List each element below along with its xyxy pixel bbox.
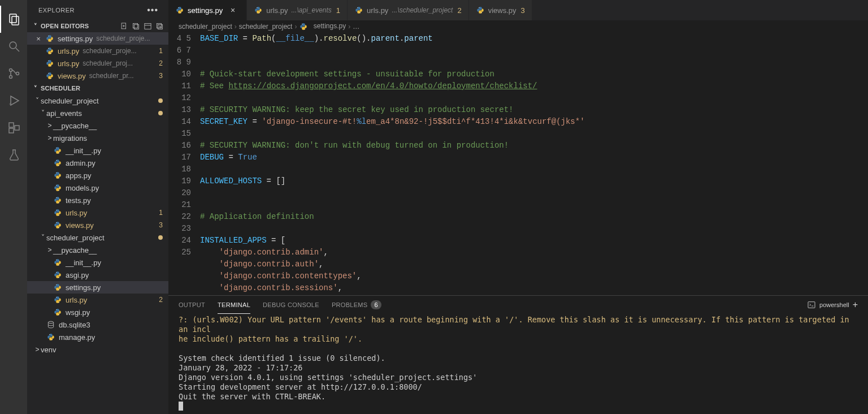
svg-point-38 xyxy=(59,190,59,191)
svg-point-31 xyxy=(56,148,57,148)
editor-tab[interactable]: views.py3 xyxy=(469,0,532,20)
breadcrumb-separator: › xyxy=(294,23,297,31)
editor-tab[interactable]: settings.py× xyxy=(168,0,247,20)
close-icon[interactable]: × xyxy=(34,34,43,43)
svg-point-48 xyxy=(59,277,59,278)
svg-point-58 xyxy=(178,7,179,8)
tree-item-label: urls.py xyxy=(66,209,87,217)
twist-icon: ˅ xyxy=(34,97,41,105)
file-item[interactable]: views.py3 xyxy=(27,219,168,231)
folder-item[interactable]: >migrations xyxy=(27,132,168,144)
tree-item-label: wsgi.py xyxy=(66,308,90,317)
file-item[interactable]: settings.py xyxy=(27,281,168,294)
svg-point-61 xyxy=(259,12,260,13)
folder-item[interactable]: >__pycache__ xyxy=(27,119,168,132)
close-icon[interactable]: × xyxy=(228,6,237,15)
open-editors-header[interactable]: ˅ OPEN EDITORS xyxy=(27,20,168,32)
layout-icon[interactable] xyxy=(144,22,152,31)
open-editor-item[interactable]: views.pyscheduler_pr...3 xyxy=(27,70,168,82)
file-item[interactable]: db.sqlite3 xyxy=(27,318,168,331)
open-editor-item[interactable]: urls.pyscheduler_proje...1 xyxy=(27,45,168,57)
tab-badge: 1 xyxy=(336,6,340,15)
svg-point-63 xyxy=(360,12,361,13)
panel-tab-debug-console[interactable]: DEBUG CONSOLE xyxy=(263,299,319,310)
file-item[interactable]: __init__.py xyxy=(27,256,168,269)
file-item[interactable]: apps.py xyxy=(27,169,168,182)
python-file-icon xyxy=(46,333,55,342)
panel-tabs: OUTPUTTERMINALDEBUG CONSOLEPROBLEMS6powe… xyxy=(168,296,868,314)
file-item[interactable]: urls.py1 xyxy=(27,206,168,219)
tree-item-label: api_events xyxy=(46,109,82,118)
tree-item-label: settings.py xyxy=(66,283,101,292)
save-all-icon[interactable] xyxy=(132,22,140,31)
activity-scm-icon[interactable] xyxy=(0,60,27,87)
panel-tab-terminal[interactable]: TERMINAL xyxy=(218,299,250,310)
open-editor-item[interactable]: urls.pyscheduler_proj...2 xyxy=(27,57,168,70)
panel-tab-output[interactable]: OUTPUT xyxy=(179,299,205,310)
svg-point-23 xyxy=(48,36,49,36)
python-file-icon xyxy=(53,183,62,192)
svg-point-44 xyxy=(59,227,59,228)
editor-tabs: settings.py×urls.py...\api_events1urls.p… xyxy=(168,0,868,20)
breadcrumb-item[interactable]: … xyxy=(353,23,359,31)
breadcrumb-item[interactable]: scheduler_project xyxy=(239,23,293,31)
twist-icon: ˅ xyxy=(40,234,46,241)
breadcrumb-item[interactable]: scheduler_project xyxy=(179,23,232,31)
file-item[interactable]: tests.py xyxy=(27,194,168,206)
svg-rect-15 xyxy=(133,23,138,28)
editor-badge: 2 xyxy=(159,59,163,67)
folder-item[interactable]: >venv xyxy=(27,343,168,356)
add-terminal-icon[interactable]: + xyxy=(853,300,858,310)
open-editor-item[interactable]: ×settings.pyscheduler_proje... xyxy=(27,32,168,45)
svg-point-40 xyxy=(59,202,59,203)
file-item[interactable]: manage.py xyxy=(27,331,168,343)
file-item[interactable]: wsgi.py xyxy=(27,306,168,318)
tree-item-label: __pycache__ xyxy=(53,122,97,130)
svg-point-8 xyxy=(9,103,11,105)
svg-point-49 xyxy=(56,284,57,285)
python-file-icon xyxy=(45,46,54,55)
breadcrumb[interactable]: scheduler_project›scheduler_project› set… xyxy=(168,20,868,33)
activity-testing-icon[interactable] xyxy=(0,141,27,169)
activity-extensions-icon[interactable] xyxy=(0,114,27,141)
breadcrumb-separator: › xyxy=(235,23,237,31)
breadcrumb-item[interactable]: settings.py xyxy=(299,22,346,31)
explorer-more-icon[interactable]: ••• xyxy=(147,5,158,15)
problems-count: 6 xyxy=(371,300,381,309)
code-content[interactable]: BASE_DIR = Path(__file__).resolve().pare… xyxy=(200,33,868,295)
tree-item-label: models.py xyxy=(66,184,99,192)
terminal-warning: ?: (urls.W002) Your URL pattern '/events… xyxy=(179,315,854,343)
editor-tab[interactable]: urls.py...\api_events1 xyxy=(247,0,348,20)
svg-point-66 xyxy=(302,24,303,24)
panel-tab-problems[interactable]: PROBLEMS6 xyxy=(332,298,381,312)
file-badge: 1 xyxy=(159,209,163,217)
activity-debug-icon[interactable] xyxy=(0,87,27,114)
twist-icon: > xyxy=(46,122,53,130)
file-path-hint: scheduler_proje... xyxy=(96,34,150,42)
file-tree: ˅scheduler_project˅api_events>__pycache_… xyxy=(27,94,168,414)
code-editor[interactable]: 4 5 6 7 8 9 10 11 12 13 14 15 16 17 18 1… xyxy=(168,33,868,295)
file-item[interactable]: admin.py xyxy=(27,157,168,169)
terminal-output[interactable]: ?: (urls.W002) Your URL pattern '/events… xyxy=(168,314,868,414)
workspace-header[interactable]: ˅ SCHEDULER xyxy=(27,82,168,94)
file-item[interactable]: asgi.py xyxy=(27,269,168,281)
file-item[interactable]: __init__.py xyxy=(27,144,168,157)
close-all-icon[interactable] xyxy=(155,22,164,31)
svg-point-5 xyxy=(10,76,12,79)
svg-point-33 xyxy=(56,160,57,161)
folder-item[interactable]: >__pycache__ xyxy=(27,244,168,256)
tab-hint: ...\api_events xyxy=(291,6,331,14)
editor-tab[interactable]: urls.py...\scheduler_project2 xyxy=(348,0,469,20)
file-item[interactable]: models.py xyxy=(27,182,168,194)
svg-rect-11 xyxy=(15,126,19,130)
activity-explorer-icon[interactable] xyxy=(0,6,27,33)
folder-item[interactable]: ˅scheduler_project xyxy=(27,231,168,244)
shell-name[interactable]: powershell xyxy=(819,301,849,308)
folder-item[interactable]: ˅api_events xyxy=(27,107,168,119)
file-item[interactable]: urls.py2 xyxy=(27,294,168,306)
new-file-icon[interactable] xyxy=(120,22,128,31)
python-file-icon xyxy=(53,196,62,205)
svg-point-64 xyxy=(479,7,479,8)
folder-item[interactable]: ˅scheduler_project xyxy=(27,94,168,107)
activity-search-icon[interactable] xyxy=(0,33,27,60)
